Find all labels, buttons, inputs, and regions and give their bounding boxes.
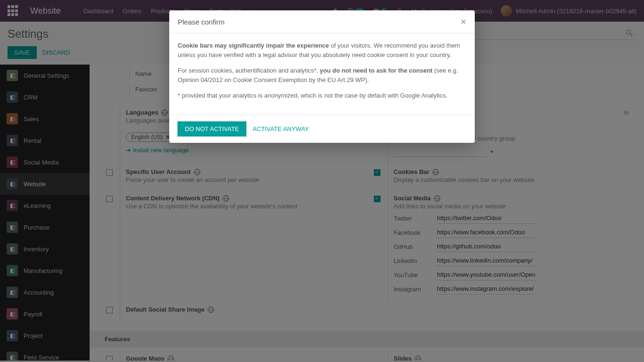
close-icon[interactable]: × bbox=[461, 17, 466, 26]
confirm-modal: Please confirm × Cookie bars may signifi… bbox=[169, 10, 475, 143]
modal-title: Please confirm bbox=[178, 18, 224, 26]
do-not-activate-button[interactable]: DO NOT ACTIVATE bbox=[178, 122, 246, 136]
activate-anyway-button[interactable]: ACTIVATE ANYWAY bbox=[253, 125, 309, 132]
modal-body: Cookie bars may significantly impair the… bbox=[169, 33, 475, 115]
